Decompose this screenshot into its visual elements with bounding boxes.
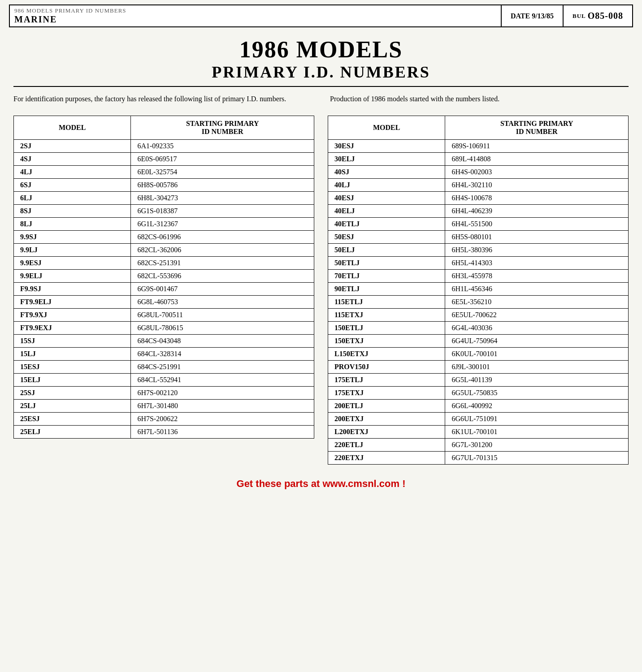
model-cell: 175ETXJ: [328, 387, 445, 400]
table-row: 2SJ6A1-092335: [14, 140, 314, 153]
id-cell: 6E0L-325754: [131, 166, 314, 179]
table-row: 6LJ6H8L-304273: [14, 192, 314, 205]
model-cell: L150ETXJ: [328, 348, 445, 361]
right-table-wrapper: MODEL STARTING PRIMARYID NUMBER 30ESJ689…: [328, 116, 629, 465]
model-cell: 30ESJ: [328, 140, 445, 153]
table-row: PROV150J6J9L-300101: [328, 361, 629, 374]
table-row: FT9.9EXJ6G8UL-780615: [14, 322, 314, 335]
table-row: 200ETXJ6G6UL-751091: [328, 413, 629, 426]
id-cell: 6H8L-304273: [131, 192, 314, 205]
id-cell: 6G1S-018387: [131, 205, 314, 218]
table-row: L200ETXJ6K1UL-700101: [328, 426, 629, 439]
table-row: 175ETLJ6G5L-401139: [328, 374, 629, 387]
id-cell: 6H7S-002120: [131, 387, 314, 400]
id-cell: 684CL-552941: [131, 374, 314, 387]
model-cell: 50ELJ: [328, 244, 445, 257]
id-cell: 6H4S-100678: [445, 192, 629, 205]
header-date: DATE 9/13/85: [502, 5, 564, 26]
id-cell: 6G8L-460753: [131, 296, 314, 309]
left-col1-header: MODEL: [14, 116, 131, 140]
footer-text: Get these parts at www.cmsnl.com !: [237, 478, 406, 489]
title-section: 1986 MODELS PRIMARY I.D. NUMBERS: [13, 36, 629, 87]
id-cell: 6H1L-456346: [445, 283, 629, 296]
model-cell: 9.9LJ: [14, 244, 131, 257]
model-cell: 25ELJ: [14, 426, 131, 439]
table-row: 30ELJ689L-414808: [328, 153, 629, 166]
table-row: 15SJ684CS-043048: [14, 335, 314, 348]
id-cell: 6H8S-005786: [131, 179, 314, 192]
model-cell: 4SJ: [14, 153, 131, 166]
description-row: For identification purposes, the factory…: [13, 94, 629, 104]
model-cell: 25LJ: [14, 400, 131, 413]
model-cell: 40SJ: [328, 166, 445, 179]
id-cell: 6H3L-455978: [445, 270, 629, 283]
description-right: Production of 1986 models started with t…: [330, 94, 629, 104]
model-cell: 15LJ: [14, 348, 131, 361]
table-row: 9.9ESJ682CS-251391: [14, 257, 314, 270]
id-cell: 6G8UL-780615: [131, 322, 314, 335]
id-cell: 6G5L-401139: [445, 374, 629, 387]
table-row: 50ETLJ6H5L-414303: [328, 257, 629, 270]
date-label: DATE: [511, 12, 530, 20]
id-cell: 6H4L-302110: [445, 179, 629, 192]
model-cell: 200ETXJ: [328, 413, 445, 426]
table-row: 115ETXJ6E5UL-700622: [328, 309, 629, 322]
table-row: 9.9ELJ682CL-553696: [14, 270, 314, 283]
model-cell: L200ETXJ: [328, 426, 445, 439]
model-cell: 50ETLJ: [328, 257, 445, 270]
id-cell: 6K1UL-700101: [445, 426, 629, 439]
id-cell: 6G7L-301200: [445, 439, 629, 452]
table-row: 115ETLJ6E5L-356210: [328, 296, 629, 309]
id-cell: 6G7UL-701315: [445, 452, 629, 465]
model-cell: 115ETLJ: [328, 296, 445, 309]
id-cell: 6H4L-551500: [445, 218, 629, 231]
model-cell: PROV150J: [328, 361, 445, 374]
id-cell: 684CS-251991: [131, 361, 314, 374]
table-row: 150ETLJ6G4L-403036: [328, 322, 629, 335]
table-row: 25ESJ6H7S-200622: [14, 413, 314, 426]
id-cell: 6H7L-301480: [131, 400, 314, 413]
id-cell: 6G5UL-750835: [445, 387, 629, 400]
model-cell: 4LJ: [14, 166, 131, 179]
model-cell: 6SJ: [14, 179, 131, 192]
left-col2-header: STARTING PRIMARYID NUMBER: [131, 116, 314, 140]
header-title-small: 986 MODELS PRIMARY ID NUMBERS: [14, 7, 496, 14]
id-cell: 6G9S-001467: [131, 283, 314, 296]
model-cell: 220ETXJ: [328, 452, 445, 465]
table-row: FT9.9ELJ6G8L-460753: [14, 296, 314, 309]
table-row: 150ETXJ6G4UL-750964: [328, 335, 629, 348]
table-row: 15ELJ684CL-552941: [14, 374, 314, 387]
table-row: 6SJ6H8S-005786: [14, 179, 314, 192]
id-cell: 6G8UL-700511: [131, 309, 314, 322]
right-col1-header: MODEL: [328, 116, 445, 140]
header-right: DATE 9/13/85 BUL O85-008: [502, 5, 632, 26]
bul-label: BUL: [573, 13, 586, 20]
table-row: 40LJ6H4L-302110: [328, 179, 629, 192]
table-row: 15LJ684CL-328314: [14, 348, 314, 361]
table-row: 50ELJ6H5L-380396: [328, 244, 629, 257]
left-table-wrapper: MODEL STARTING PRIMARYID NUMBER 2SJ6A1-0…: [13, 116, 314, 439]
header-bul: BUL O85-008: [564, 5, 632, 26]
table-row: 220ETXJ6G7UL-701315: [328, 452, 629, 465]
bul-value: O85-008: [588, 11, 623, 21]
model-cell: 30ELJ: [328, 153, 445, 166]
id-cell: 6E5UL-700622: [445, 309, 629, 322]
table-row: 30ESJ689S-106911: [328, 140, 629, 153]
header-bar: 986 MODELS PRIMARY ID NUMBERS MARINE DAT…: [9, 4, 633, 27]
model-cell: 40LJ: [328, 179, 445, 192]
model-cell: 115ETXJ: [328, 309, 445, 322]
description-left: For identification purposes, the factory…: [13, 94, 312, 104]
model-cell: 2SJ: [14, 140, 131, 153]
model-cell: 200ETLJ: [328, 400, 445, 413]
id-cell: 6H7S-200622: [131, 413, 314, 426]
model-cell: 50ESJ: [328, 231, 445, 244]
table-row: 40ETLJ6H4L-551500: [328, 218, 629, 231]
id-cell: 6H7L-501136: [131, 426, 314, 439]
id-cell: 682CS-061996: [131, 231, 314, 244]
model-cell: 175ETLJ: [328, 374, 445, 387]
table-row: 9.9SJ682CS-061996: [14, 231, 314, 244]
model-cell: 150ETXJ: [328, 335, 445, 348]
model-cell: FT9.9ELJ: [14, 296, 131, 309]
table-row: L150ETXJ6K0UL-700101: [328, 348, 629, 361]
table-row: 4LJ6E0L-325754: [14, 166, 314, 179]
